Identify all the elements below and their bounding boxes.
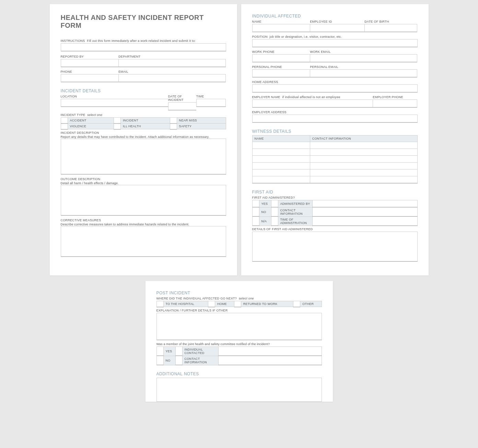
lbl-other: OTHER bbox=[300, 301, 322, 307]
corrective-input[interactable] bbox=[61, 226, 226, 257]
personal-phone-input[interactable] bbox=[252, 69, 310, 78]
lbl-incident: INCIDENT bbox=[121, 118, 170, 123]
work-phone-input[interactable] bbox=[252, 54, 310, 62]
phone-label: PHONE bbox=[61, 70, 119, 73]
employer-address-input[interactable] bbox=[252, 115, 418, 123]
witness-row bbox=[252, 142, 417, 149]
dob-input[interactable] bbox=[364, 24, 417, 32]
date-input[interactable] bbox=[168, 102, 196, 110]
witness-col-name: NAME bbox=[252, 135, 310, 142]
lbl-fa-yes: YES bbox=[259, 200, 271, 207]
position-label: POSITION job title or designation, i.e. … bbox=[252, 35, 418, 38]
employee-id-label: EMPLOYEE ID bbox=[310, 20, 364, 23]
chk-fa-no[interactable] bbox=[252, 207, 259, 216]
witness-row bbox=[252, 169, 417, 176]
location-input[interactable] bbox=[61, 99, 168, 107]
employer-name-label: EMPLOYER NAME if individual affected is … bbox=[252, 95, 373, 99]
work-email-label: WORK EMAIL bbox=[310, 50, 417, 54]
chk-other[interactable] bbox=[293, 301, 300, 307]
witness-heading: WITNESS DETAILS bbox=[252, 129, 418, 134]
work-phone-label: WORK PHONE bbox=[252, 50, 310, 54]
instructions-label: INSTRUCTIONS Fill out this form immediat… bbox=[61, 39, 226, 43]
admin-by-input[interactable] bbox=[312, 200, 417, 207]
personal-email-input[interactable] bbox=[310, 69, 417, 78]
employee-id-input[interactable] bbox=[310, 24, 364, 32]
chk-violence[interactable] bbox=[61, 123, 68, 129]
lbl-fa-time: TIME OF ADMINSTRATION bbox=[278, 216, 312, 226]
lbl-home: HOME bbox=[215, 301, 234, 307]
committee-q: Was a member of the joint health and saf… bbox=[156, 342, 322, 346]
lbl-comm-info: CONTACT INFORMATION bbox=[182, 356, 218, 365]
incident-desc-label: INCIDENT DESCRIPTION bbox=[61, 131, 226, 134]
chk-fa-na[interactable] bbox=[252, 216, 259, 226]
instructions-input[interactable] bbox=[61, 43, 226, 51]
chk-ill-health[interactable] bbox=[114, 123, 121, 129]
explain-input[interactable] bbox=[156, 313, 322, 340]
chk-comm-yes[interactable] bbox=[156, 346, 163, 356]
position-input[interactable] bbox=[252, 39, 418, 47]
lbl-safety: SAFETY bbox=[177, 123, 226, 129]
personal-email-label: PERSONAL EMAIL bbox=[310, 65, 417, 69]
ind-name-label: NAME bbox=[252, 20, 310, 23]
witness-table: NAME CONTACT INFORMATION bbox=[252, 135, 418, 184]
page-3: POST INCIDENT WHERE DID THE INDIVIDUAL A… bbox=[145, 281, 333, 402]
employer-phone-input[interactable] bbox=[373, 99, 417, 108]
fa-contact-input[interactable] bbox=[312, 207, 417, 216]
page-2: INDIVIDUAL AFFECTED NAME EMPLOYEE ID DAT… bbox=[241, 4, 429, 275]
home-address-label: HOME ADDRESS bbox=[252, 80, 418, 84]
incident-desc-input[interactable] bbox=[61, 139, 226, 175]
witness-row bbox=[252, 156, 417, 163]
lbl-violence: VIOLENCE bbox=[68, 123, 114, 129]
phone-input[interactable] bbox=[61, 74, 119, 82]
incident-desc-sub: Report any details that may have contrib… bbox=[61, 135, 226, 139]
incident-type-label: INCIDENT TYPE select one bbox=[61, 113, 226, 117]
reported-by-input[interactable] bbox=[61, 59, 119, 67]
lbl-near-miss: NEAR MISS bbox=[177, 118, 226, 123]
email-label: EMAIL bbox=[118, 70, 226, 73]
notes-heading: ADDITIONAL NOTES bbox=[156, 372, 322, 376]
chk-safety[interactable] bbox=[170, 123, 177, 129]
first-aid-grid: YES ADMINISTERED BY NO CONTACT INFORMATI… bbox=[252, 200, 418, 226]
corrective-sub: Describe corrective measures taken to ad… bbox=[61, 223, 226, 226]
time-input[interactable] bbox=[196, 99, 226, 107]
fa-time-input[interactable] bbox=[312, 216, 417, 226]
chk-hospital[interactable] bbox=[156, 301, 163, 307]
fa-details-input[interactable] bbox=[252, 232, 418, 262]
department-input[interactable] bbox=[118, 59, 226, 67]
individual-heading: INDIVIDUAL AFFECTED bbox=[252, 14, 418, 19]
chk-accident[interactable] bbox=[61, 118, 68, 123]
lbl-accident: ACCIDENT bbox=[68, 118, 114, 123]
witness-row bbox=[252, 149, 417, 156]
where-grid: TO THE HOSPITAL HOME RETURNED TO WORK OT… bbox=[156, 301, 322, 307]
comm-contacted-input[interactable] bbox=[218, 346, 322, 356]
incident-details-heading: INCIDENT DETAILS bbox=[61, 89, 226, 93]
comm-info-input[interactable] bbox=[218, 356, 322, 365]
chk-incident[interactable] bbox=[114, 118, 121, 123]
employer-name-input[interactable] bbox=[252, 99, 373, 108]
dob-label: DATE OF BIRTH bbox=[364, 20, 417, 23]
notes-input[interactable] bbox=[156, 378, 322, 402]
chk-returned[interactable] bbox=[234, 301, 241, 307]
reported-by-label: REPORTED BY bbox=[61, 55, 119, 58]
corrective-label: CORRECTIVE MEASURES bbox=[61, 219, 226, 222]
email-input[interactable] bbox=[118, 74, 226, 82]
home-address-input[interactable] bbox=[252, 84, 418, 93]
lbl-fa-contact: CONTACT INFORMATION bbox=[278, 207, 312, 216]
lbl-comm-yes: YES bbox=[163, 346, 175, 356]
lbl-fa-no: NO bbox=[259, 207, 271, 216]
work-email-input[interactable] bbox=[310, 54, 417, 62]
time-label: TIME bbox=[196, 95, 226, 98]
chk-home[interactable] bbox=[208, 301, 215, 307]
incident-type-grid: ACCIDENT INCIDENT NEAR MISS VIOLENCE ILL… bbox=[61, 117, 226, 130]
lbl-admin-by: ADMINISTERED BY bbox=[278, 200, 312, 207]
post-heading: POST INCIDENT bbox=[156, 291, 322, 295]
chk-near-miss[interactable] bbox=[170, 118, 177, 123]
ind-name-input[interactable] bbox=[252, 24, 310, 32]
outcome-input[interactable] bbox=[61, 185, 226, 216]
lbl-fa-na: N/A bbox=[259, 216, 271, 226]
chk-fa-yes[interactable] bbox=[252, 200, 259, 207]
personal-phone-label: PERSONAL PHONE bbox=[252, 65, 310, 69]
date-label: DATE OF INCIDENT bbox=[168, 95, 196, 102]
witness-row bbox=[252, 163, 417, 169]
chk-comm-no[interactable] bbox=[156, 356, 163, 365]
